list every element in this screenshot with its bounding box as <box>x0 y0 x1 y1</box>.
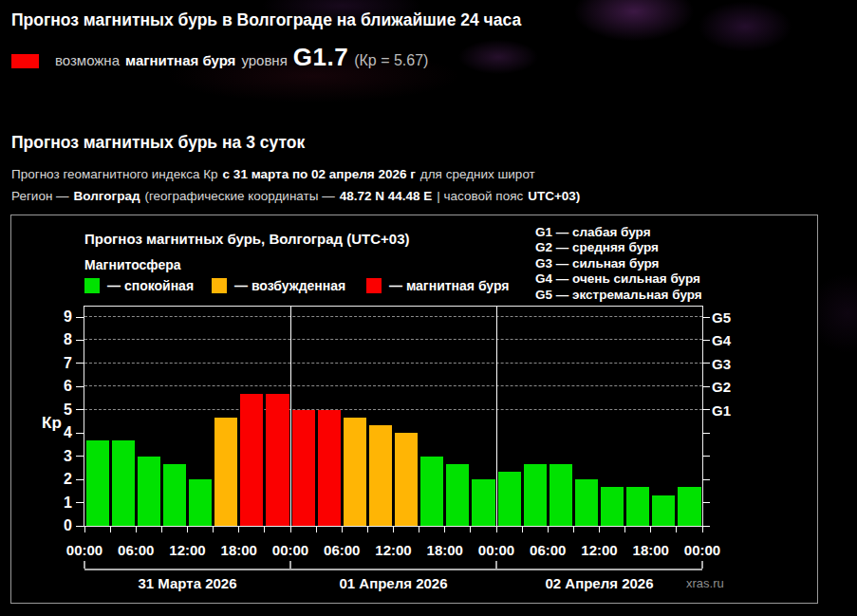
kp-bar <box>214 418 237 526</box>
kp-bar <box>498 472 521 526</box>
y-axis-tick-label: 2 <box>44 471 72 488</box>
x-axis-tick <box>444 527 445 532</box>
page-title-3day: Прогноз магнитных бурь на 3 суток <box>11 133 305 153</box>
right-axis-label-g2: G2 <box>712 379 731 395</box>
x-axis-time-label: 18:00 <box>629 542 673 558</box>
kp-bar <box>369 425 392 526</box>
right-axis-tick <box>702 526 710 527</box>
page: Прогноз магнитных бурь в Волгограде на б… <box>0 0 857 616</box>
legend-label: — магнитная буря <box>389 278 510 293</box>
coords-value: 48.72 N 44.48 E <box>340 189 433 203</box>
y-axis-tick-label: 3 <box>44 448 72 465</box>
region-word: Регион — <box>11 189 69 203</box>
kp-bar <box>189 479 212 526</box>
y-axis-tick-label: 6 <box>44 378 72 395</box>
x-axis-time-label: 06:00 <box>320 542 363 558</box>
magnetosphere-legend-title: Магнитосфера <box>84 257 181 272</box>
day-separator <box>496 307 497 526</box>
right-axis-tick <box>702 456 710 457</box>
kp-bar <box>163 464 186 526</box>
legend-label: — возбужденная <box>234 278 345 293</box>
kp-bar <box>550 464 572 526</box>
gridline-kp5 <box>84 409 702 410</box>
y-axis-tick-label: 8 <box>44 331 72 348</box>
right-axis-tick <box>702 363 710 364</box>
right-axis-label-g5: G5 <box>712 309 731 326</box>
g4-legend-line: G4 — очень сильная буря <box>535 271 702 287</box>
g1-legend-line: G1 — слабая буря <box>535 225 702 240</box>
kp-bar <box>138 457 160 526</box>
y-axis-tick <box>76 456 84 457</box>
y-axis-tick <box>76 526 84 527</box>
x-axis-tick <box>161 527 162 532</box>
kp-bar <box>626 487 649 526</box>
alert-level-value: G1.7 <box>293 43 348 72</box>
watermark-xras: xras.ru <box>686 576 724 590</box>
kp-bar <box>678 487 700 526</box>
y-axis-tick <box>76 433 84 434</box>
quiet-swatch <box>84 278 100 293</box>
storm-level-swatch <box>11 54 39 68</box>
gridline-kp9 <box>84 316 702 317</box>
day-bracket-tick <box>495 561 497 569</box>
legend-label: — спокойная <box>107 278 194 293</box>
plot-area <box>84 307 702 526</box>
day-bracket-line <box>84 569 702 570</box>
storm-swatch <box>366 278 382 293</box>
x-axis-tick <box>702 527 703 532</box>
right-axis-tick <box>702 479 710 480</box>
page-title-24h: Прогноз магнитных бурь в Волгограде на б… <box>11 10 521 30</box>
y-axis-tick <box>76 409 84 410</box>
kp-bar <box>524 464 547 526</box>
x-axis-tick <box>264 527 265 532</box>
right-axis-tick <box>702 409 710 410</box>
right-axis-label-g3: G3 <box>712 356 731 372</box>
y-axis-tick <box>76 502 84 503</box>
x-axis-tick <box>599 527 600 532</box>
y-axis-tick <box>76 479 84 480</box>
g3-legend-line: G3 — сильная буря <box>535 256 702 271</box>
right-axis-label-g4: G4 <box>712 332 731 348</box>
y-axis-tick-label: 1 <box>44 495 72 512</box>
x-axis-time-label: 12:00 <box>372 542 416 558</box>
day-bracket-tick <box>84 561 85 569</box>
x-axis-time-label: 06:00 <box>114 542 158 558</box>
x-axis-tick <box>548 527 549 532</box>
x-axis-tick <box>419 527 419 532</box>
kp-bar <box>420 457 443 526</box>
x-axis-tick <box>650 527 651 532</box>
y-axis-tick-label: 0 <box>44 517 72 534</box>
subtitle-text: для средних широт <box>420 167 535 181</box>
excited-swatch <box>212 278 227 293</box>
timezone-word: | часовой пояс <box>437 189 523 203</box>
x-axis-tick <box>342 527 343 532</box>
x-axis-time-label: 18:00 <box>423 542 467 558</box>
y-axis-tick <box>76 317 84 318</box>
chart-title: Прогноз магнитных бурь, Волгоград (UTC+0… <box>84 231 410 247</box>
x-axis-time-label: 00:00 <box>269 542 312 558</box>
alert-storm-text: магнитная буря <box>125 52 235 68</box>
x-axis-time-label: 18:00 <box>217 542 261 558</box>
x-axis-time-label: 12:00 <box>578 542 622 558</box>
storm-alert-line: возможна магнитная буря уровня G1.7 (Кр … <box>55 43 428 72</box>
right-axis-tick <box>702 317 710 318</box>
x-axis-time-label: 00:00 <box>475 542 518 558</box>
kp-bar <box>266 394 289 526</box>
kp-bar <box>601 487 624 526</box>
subtitle-daterange: с 31 марта по 02 апреля 2026 г <box>223 167 416 181</box>
right-axis-tick <box>702 433 710 434</box>
x-axis-tick <box>522 527 523 532</box>
x-axis-tick <box>136 527 137 532</box>
day-bracket-tick <box>701 561 703 569</box>
y-axis-tick <box>76 363 84 364</box>
x-axis-tick <box>676 527 677 532</box>
day-label: 02 Апреля 2026 <box>524 575 676 591</box>
day-label: 01 Апреля 2026 <box>318 575 470 591</box>
alert-kp-value: (Кр = 5.67) <box>354 52 428 69</box>
region-subtitle: Регион — Волгоград (географические коорд… <box>11 189 580 203</box>
x-axis-tick <box>470 527 471 532</box>
kp-bar <box>240 394 263 526</box>
gridline-kp6 <box>84 385 702 386</box>
y-axis-tick <box>76 386 84 387</box>
day-label: 31 Марта 2026 <box>112 575 264 591</box>
